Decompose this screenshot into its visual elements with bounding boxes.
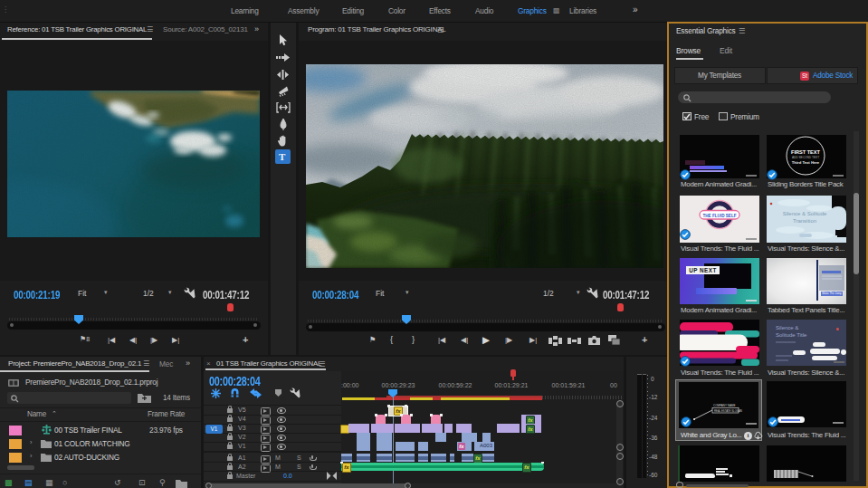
svg-text:FIRST TEXT: FIRST TEXT [791,149,821,155]
svg-text:REAL ESTATE SLOGAN: REAL ESTATE SLOGAN [714,408,742,412]
svg-text:COMPANY NAME: COMPANY NAME [713,404,735,407]
svg-text:Third Text Here: Third Text Here [792,160,820,165]
svg-text:THE FLUID SELF: THE FLUID SELF [702,214,736,218]
svg-text:ADD SECOND TEXT: ADD SECOND TEXT [792,156,819,159]
svg-text:Silence & Solitude: Silence & Solitude [783,211,827,216]
svg-text:Transition: Transition [793,218,816,224]
